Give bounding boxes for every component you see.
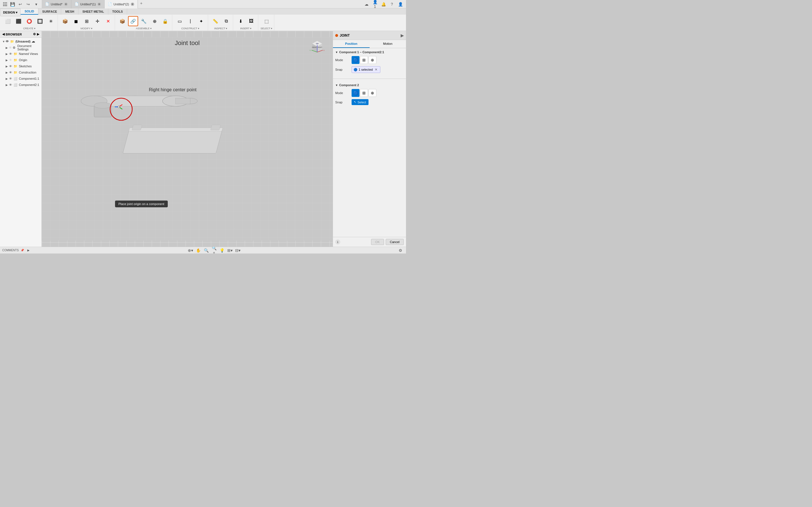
fillet-button[interactable]: ◼ xyxy=(71,16,81,26)
tab-close-0[interactable]: ✕ xyxy=(64,3,68,6)
cloud-status-button[interactable]: ☁ xyxy=(363,1,370,8)
viewport[interactable]: Joint tool Right hinge center point Plac… xyxy=(42,31,333,247)
tree-arrow-construction[interactable]: ▶ xyxy=(6,71,9,74)
tree-arrow-named-views[interactable]: ▶ xyxy=(6,52,9,55)
joint-origin-button[interactable]: ⊕ xyxy=(149,16,160,26)
zoom-in-button[interactable]: 🔍+ xyxy=(211,247,217,254)
tab-mesh[interactable]: MESH xyxy=(61,8,79,15)
browser-expand-icon[interactable]: ▶ xyxy=(37,33,39,36)
construct-plane-button[interactable]: ▭ xyxy=(174,16,185,26)
sweep-button[interactable]: 🔲 xyxy=(35,16,45,26)
tab-surface[interactable]: SURFACE xyxy=(38,8,61,15)
revolve-button[interactable]: ⭕ xyxy=(24,16,35,26)
info-icon[interactable]: ℹ xyxy=(335,239,340,244)
mode2-snap-button[interactable]: 🔵 xyxy=(352,89,359,97)
save-button[interactable]: 💾 xyxy=(9,1,16,8)
mode-snap-button[interactable]: 🔵 xyxy=(352,56,359,64)
tree-item-construction[interactable]: ▶ 👁 📁 Construction xyxy=(0,69,42,75)
tree-item-component1[interactable]: ▶ 👁 ⬜ Component1:1 xyxy=(0,75,42,82)
more-button[interactable]: ▾ xyxy=(33,1,40,8)
redo-button[interactable]: ↪ xyxy=(25,1,32,8)
rigid-group-button[interactable]: 🔒 xyxy=(160,16,170,26)
tab-tools[interactable]: TOOLS xyxy=(108,8,127,15)
hand-tool-button[interactable]: ✋ xyxy=(195,247,202,254)
browser-settings-icon[interactable]: ⚙ xyxy=(33,33,36,36)
section2-arrow[interactable]: ▼ xyxy=(335,83,338,87)
create-new-component-button[interactable]: ⬜ xyxy=(3,16,13,26)
view-cube[interactable]: TOP RIGHT FRONT X Z Y xyxy=(307,37,327,56)
browser-back-icon[interactable]: ◀ xyxy=(2,33,4,36)
tree-item-document-settings[interactable]: ▶ 👁 ⚙ Document Settings xyxy=(0,45,42,51)
ok-button[interactable]: OK xyxy=(371,239,384,245)
tree-item-named-views[interactable]: ▶ 👁 📁 Named Views xyxy=(0,51,42,57)
tree-eye-root[interactable]: 👁 xyxy=(6,40,10,43)
zoom-button[interactable]: 🔍 xyxy=(203,247,209,254)
more-create-button[interactable]: ✳ xyxy=(46,16,56,26)
snap-select-button[interactable]: ↖ Select xyxy=(352,99,368,105)
tree-item-unsaved[interactable]: ▼ 👁 📁 (Unsaved) ☁ xyxy=(0,38,42,45)
tree-arrow-comp1[interactable]: ▶ xyxy=(6,77,9,80)
tab-sheet-metal[interactable]: SHEET METAL xyxy=(79,8,108,15)
tab-untitled[interactable]: 📄 Untitled* ✕ xyxy=(42,0,71,8)
mode2-between-button[interactable]: ⊞ xyxy=(360,89,368,97)
user-count-button[interactable]: 👤 1 xyxy=(371,1,378,8)
tree-eye-comp2[interactable]: 👁 xyxy=(9,83,13,87)
joint-button[interactable]: 🔗 xyxy=(128,16,138,26)
select-button[interactable]: ⬚ xyxy=(261,16,271,26)
tab-close-2[interactable]: ✕ xyxy=(131,3,134,6)
tab-untitled-2[interactable]: 📄 Untitled*(2) ✕ xyxy=(105,0,138,8)
tree-eye-doc[interactable]: 👁 xyxy=(9,46,13,49)
tab-position[interactable]: Position xyxy=(333,40,370,48)
sketch-grid-button[interactable]: ⊟▾ xyxy=(234,247,241,254)
assemble-new-component-button[interactable]: 📦 xyxy=(117,16,128,26)
section1-arrow[interactable]: ▼ xyxy=(335,51,338,54)
notifications-button[interactable]: 🔔 xyxy=(380,1,387,8)
interference-button[interactable]: ⧉ xyxy=(221,16,231,26)
mode-center-button[interactable]: ⊕ xyxy=(368,56,376,64)
mesh-display-button[interactable]: ⊞▾ xyxy=(226,247,233,254)
extrude-button[interactable]: ⬛ xyxy=(13,16,24,26)
account-button[interactable]: 👤 xyxy=(397,1,404,8)
tree-cloud-icon[interactable]: ☁ xyxy=(32,40,35,43)
tree-arrow-doc[interactable]: ▶ xyxy=(6,46,9,49)
tree-arrow-root[interactable]: ▼ xyxy=(2,40,6,43)
tab-untitled-1[interactable]: 📄 Untitled*(1) ✕ xyxy=(71,0,105,8)
construct-point-button[interactable]: ✦ xyxy=(196,16,206,26)
chamfer-button[interactable]: ⊞ xyxy=(82,16,92,26)
tree-eye-construction[interactable]: 👁 xyxy=(9,71,13,74)
settings-button[interactable]: ⚙ xyxy=(397,247,404,254)
tree-arrow-comp2[interactable]: ▶ xyxy=(6,83,9,87)
tree-arrow-origin[interactable]: ▶ xyxy=(6,59,9,62)
tree-eye-origin[interactable]: 👁 xyxy=(9,58,13,62)
tree-eye-comp1[interactable]: 👁 xyxy=(9,77,13,80)
insert-derive-button[interactable]: ⬇ xyxy=(236,16,246,26)
app-menu-icon[interactable] xyxy=(2,1,8,7)
as-built-joint-button[interactable]: 🔧 xyxy=(139,16,149,26)
tree-eye-sketches[interactable]: 👁 xyxy=(9,64,13,68)
undo-button[interactable]: ↩ xyxy=(17,1,24,8)
tree-item-origin[interactable]: ▶ 👁 📁 Origin xyxy=(0,57,42,63)
help-button[interactable]: ? xyxy=(389,1,395,8)
delete-button[interactable]: ✕ xyxy=(103,16,113,26)
tree-arrow-sketches[interactable]: ▶ xyxy=(6,65,9,68)
comments-pin-button[interactable]: 📌 xyxy=(20,248,25,253)
tree-item-component2[interactable]: ▶ 👁 ⬜ Component2:1 xyxy=(0,82,42,88)
construct-axis-button[interactable]: | xyxy=(185,16,195,26)
tab-motion[interactable]: Motion xyxy=(370,40,406,48)
display-mode-button[interactable]: 💡 xyxy=(218,247,225,254)
cancel-button[interactable]: Cancel xyxy=(386,239,404,245)
measure-button[interactable]: 📏 xyxy=(210,16,220,26)
tree-eye-named-views[interactable]: 👁 xyxy=(9,52,13,55)
press-pull-button[interactable]: 📦 xyxy=(60,16,70,26)
new-tab-button[interactable]: ＋ xyxy=(138,0,145,7)
panel-expand-icon[interactable]: ▶ xyxy=(401,33,404,38)
mode-between-button[interactable]: ⊞ xyxy=(360,56,368,64)
tab-solid[interactable]: SOLID xyxy=(20,8,38,15)
insert-mcad-button[interactable]: 🖼 xyxy=(246,16,256,26)
tree-item-sketches[interactable]: ▶ 👁 📁 Sketches xyxy=(0,63,42,69)
snap-clear-button[interactable]: ✕ xyxy=(374,67,378,72)
mode2-center-button[interactable]: ⊕ xyxy=(368,89,376,97)
snap-tool-button[interactable]: ⊕▾ xyxy=(187,247,194,254)
move-button[interactable]: ✛ xyxy=(92,16,102,26)
tab-close-1[interactable]: ✕ xyxy=(98,3,101,6)
